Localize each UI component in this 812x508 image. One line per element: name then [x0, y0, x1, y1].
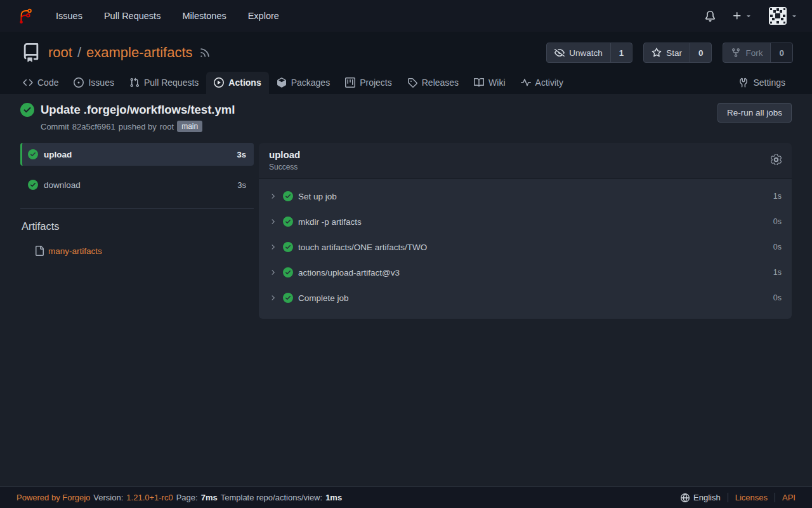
tag-icon	[407, 77, 417, 88]
language-selector[interactable]: English	[681, 493, 721, 502]
artifact-item: many-artifacts	[34, 246, 254, 256]
step-row[interactable]: Complete job 0s	[259, 285, 792, 311]
footer-divider	[728, 493, 728, 502]
chevron-down-icon	[790, 12, 798, 20]
step-name: Complete job	[298, 293, 349, 303]
footer-meta: Powered by Forgejo Version: 1.21.0+1-rc0…	[16, 493, 342, 502]
check-circle-icon	[283, 242, 293, 252]
tab-actions[interactable]: Actions	[206, 72, 268, 94]
step-duration: 0s	[773, 243, 782, 251]
job-status: Success	[269, 163, 300, 171]
check-circle-icon	[283, 293, 293, 303]
sidebar-divider	[20, 208, 254, 209]
job-duration: 3s	[237, 180, 246, 190]
tools-icon	[738, 77, 749, 88]
forks-count[interactable]: 0	[770, 43, 792, 62]
fork-button[interactable]: Fork	[723, 43, 770, 62]
eye-closed-icon	[554, 48, 565, 58]
repo-actions: Unwatch 1 Star 0 Fork 0	[546, 43, 793, 63]
chevron-right-icon[interactable]	[269, 243, 277, 251]
star-icon	[652, 48, 662, 58]
rerun-all-jobs-button[interactable]: Re-run all jobs	[717, 103, 792, 123]
step-name: actions/upload-artifact@v3	[298, 268, 400, 277]
chevron-right-icon[interactable]	[269, 269, 277, 276]
watchers-count[interactable]: 1	[610, 43, 632, 62]
step-row[interactable]: Set up job 1s	[259, 184, 792, 209]
repo-breadcrumb: root / example-artifacts	[48, 44, 193, 61]
chevron-down-icon	[745, 12, 752, 20]
code-icon	[23, 77, 33, 88]
chevron-right-icon[interactable]	[269, 218, 277, 225]
tab-issues[interactable]: Issues	[66, 72, 121, 94]
tab-packages[interactable]: Packages	[269, 72, 337, 94]
job-row-download[interactable]: download 3s	[20, 173, 254, 196]
nav-milestones[interactable]: Milestones	[182, 11, 226, 21]
job-detail-title: upload	[269, 149, 300, 160]
avatar	[769, 7, 787, 25]
notifications-bell-icon[interactable]	[705, 11, 716, 22]
tab-releases[interactable]: Releases	[400, 72, 466, 94]
repo-title-row: root / example-artifacts Unwatch 1	[0, 32, 812, 70]
step-duration: 0s	[773, 217, 782, 226]
run-title: Update .forgejo/workflows/test.yml	[41, 103, 235, 117]
run-header: Update .forgejo/workflows/test.yml Commi…	[20, 103, 792, 132]
star-button[interactable]: Star	[644, 43, 690, 62]
check-circle-icon	[283, 191, 293, 201]
chevron-right-icon[interactable]	[269, 192, 277, 200]
pulse-icon	[521, 77, 531, 88]
top-navbar: Issues Pull Requests Milestones Explore	[0, 0, 812, 32]
user-menu[interactable]	[769, 7, 798, 25]
page: Issues Pull Requests Milestones Explore	[0, 0, 812, 508]
nav-pull-requests[interactable]: Pull Requests	[104, 11, 160, 21]
repo-owner-link[interactable]: root	[48, 44, 72, 61]
job-duration: 3s	[237, 150, 246, 159]
version-link[interactable]: 1.21.0+1-rc0	[126, 493, 173, 502]
package-icon	[277, 77, 287, 88]
tab-wiki[interactable]: Wiki	[466, 72, 513, 94]
play-circle-icon	[214, 77, 224, 88]
footer-divider	[775, 493, 775, 502]
actions-run-view: Update .forgejo/workflows/test.yml Commi…	[0, 94, 812, 486]
step-row[interactable]: mkdir -p artifacts 0s	[259, 209, 792, 234]
tab-code[interactable]: Code	[15, 72, 66, 94]
tab-settings[interactable]: Settings	[731, 72, 793, 94]
artifact-link[interactable]: many-artifacts	[48, 246, 102, 256]
jobs-sidebar: upload 3s download 3s Artifacts many-art…	[20, 143, 254, 319]
check-circle-icon	[283, 217, 293, 227]
job-row-upload[interactable]: upload 3s	[20, 143, 254, 166]
nav-issues[interactable]: Issues	[56, 11, 82, 21]
forgejo-logo-icon[interactable]	[16, 6, 33, 25]
rss-icon[interactable]	[199, 47, 211, 58]
plus-icon	[732, 11, 742, 21]
repo-name-link[interactable]: example-artifacts	[86, 44, 193, 61]
job-name: download	[44, 180, 81, 190]
job-detail-header: upload Success	[259, 143, 792, 179]
run-title-row: Update .forgejo/workflows/test.yml	[20, 103, 235, 117]
chevron-right-icon[interactable]	[269, 294, 277, 302]
branch-badge[interactable]: main	[177, 121, 202, 132]
step-row[interactable]: actions/upload-artifact@v3 1s	[259, 260, 792, 285]
nav-explore[interactable]: Explore	[248, 11, 279, 21]
artifacts-heading: Artifacts	[22, 220, 254, 232]
file-icon	[34, 246, 44, 256]
check-circle-icon	[20, 103, 34, 117]
powered-by-link[interactable]: Powered by Forgejo	[16, 493, 90, 502]
tab-pull-requests[interactable]: Pull Requests	[122, 72, 206, 94]
check-circle-icon	[283, 267, 293, 277]
create-new-menu[interactable]	[732, 11, 752, 21]
navbar-links: Issues Pull Requests Milestones Explore	[56, 11, 279, 21]
licenses-link[interactable]: Licenses	[735, 493, 768, 502]
tab-projects[interactable]: Projects	[337, 72, 400, 94]
step-name: Set up job	[298, 192, 337, 201]
api-link[interactable]: API	[782, 493, 796, 502]
unwatch-button[interactable]: Unwatch	[547, 43, 610, 62]
watch-button-group: Unwatch 1	[546, 43, 632, 63]
step-duration: 1s	[773, 268, 782, 277]
footer: Powered by Forgejo Version: 1.21.0+1-rc0…	[0, 486, 812, 508]
step-row[interactable]: touch artifacts/ONE artifacts/TWO 0s	[259, 234, 792, 260]
stars-count[interactable]: 0	[690, 43, 712, 62]
tab-activity[interactable]: Activity	[513, 72, 571, 94]
footer-links: English Licenses API	[681, 493, 796, 502]
commit-hash-link[interactable]: 82a5cf6961	[72, 122, 115, 131]
gear-icon[interactable]	[771, 154, 782, 165]
